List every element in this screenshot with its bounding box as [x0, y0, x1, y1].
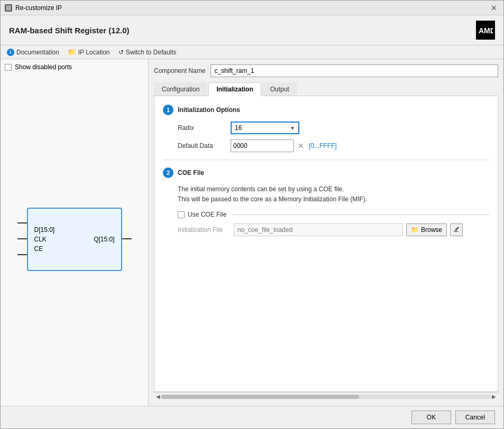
radix-row: Radix 16 ▼ [163, 122, 489, 134]
section2-title: COE File [178, 169, 204, 176]
folder-icon: 📁 [68, 48, 76, 56]
scroll-right-icon[interactable]: ▶ [491, 394, 497, 399]
tab-content: 1 Initialization Options Radix 16 ▼ De [154, 96, 498, 392]
coe-line [232, 215, 489, 215]
radix-value: 16 [235, 124, 242, 132]
init-file-input[interactable] [234, 223, 403, 236]
documentation-link[interactable]: i Documentation [7, 49, 59, 56]
cancel-button[interactable]: Cancel [455, 411, 495, 424]
section-divider [163, 160, 489, 160]
port-row-clk: CLK Q[15:0] [34, 236, 115, 243]
left-panel: Show disabled ports D[15:0] [1, 59, 149, 406]
component-name-label: Component Name [154, 67, 205, 74]
ip-location-label: IP Location [78, 49, 110, 56]
component-diagram: D[15:0] CLK Q[15:0] CE [27, 208, 122, 271]
coe-desc-line1: The initial memory contents can be set b… [178, 184, 489, 194]
port-ce-label: CE [34, 245, 43, 253]
section2-header: 2 COE File [163, 167, 489, 178]
diagram-area: D[15:0] CLK Q[15:0] CE [5, 77, 144, 402]
info-icon: i [7, 49, 14, 56]
component-name-input[interactable] [210, 64, 498, 77]
documentation-label: Documentation [16, 49, 59, 56]
show-disabled-checkbox[interactable] [5, 64, 12, 71]
tab-output[interactable]: Output [262, 82, 297, 96]
clear-button[interactable]: ✕ [296, 141, 306, 151]
port-row-ce: CE [34, 245, 115, 253]
scrollbar-track[interactable] [161, 395, 491, 399]
use-coe-checkbox[interactable] [178, 211, 185, 218]
ok-button[interactable]: OK [411, 411, 451, 424]
tabs: Configuration Initialization Output [154, 82, 498, 96]
toolbar: i Documentation 📁 IP Location ↺ Switch t… [1, 45, 503, 59]
scrollbar-area: ◀ ▶ [154, 392, 498, 400]
port-clk-label: CLK [34, 236, 47, 243]
show-disabled-row: Show disabled ports [5, 63, 144, 71]
port-q-label: Q[15:0] [94, 236, 114, 243]
coe-description: The initial memory contents can be set b… [163, 184, 489, 204]
footer: OK Cancel [1, 406, 503, 428]
svg-marker-3 [455, 227, 459, 231]
svg-rect-0 [6, 5, 11, 11]
component-ports: D[15:0] CLK Q[15:0] CE [28, 224, 121, 255]
ip-location-link[interactable]: 📁 IP Location [68, 48, 110, 56]
header: RAM-based Shift Register (12.0) AMD [1, 15, 503, 45]
amd-logo: AMD [476, 21, 495, 40]
browse-icon: 📁 [411, 226, 419, 234]
show-disabled-label: Show disabled ports [15, 63, 72, 71]
section1-title: Initialization Options [178, 106, 240, 114]
page-title: RAM-based Shift Register (12.0) [9, 26, 130, 35]
section2-number: 2 [163, 167, 173, 178]
default-data-input[interactable] [231, 139, 294, 152]
default-data-input-row: ✕ [231, 139, 306, 152]
init-file-row: Initialization File 📁 Browse [163, 223, 489, 236]
coe-desc-line2: This will be passed to the core as a Mem… [178, 194, 489, 204]
refresh-icon: ↺ [118, 49, 124, 56]
radix-label: Radix [178, 124, 231, 132]
app-icon [5, 4, 12, 12]
component-name-row: Component Name [154, 64, 498, 77]
port-d-label: D[15:0] [34, 226, 55, 234]
use-coe-row: Use COE File [163, 211, 489, 218]
title-bar-left: Re-customize IP [5, 4, 62, 12]
right-panel: Component Name Configuration Initializat… [149, 59, 503, 406]
default-data-row: Default Data ✕ [0...FFFF] [163, 139, 489, 152]
title-bar: Re-customize IP ✕ [1, 1, 503, 15]
svg-rect-2 [454, 231, 458, 232]
title-bar-text: Re-customize IP [15, 4, 62, 12]
browse-button[interactable]: 📁 Browse [406, 223, 447, 236]
main-window: Re-customize IP ✕ RAM-based Shift Regist… [0, 0, 504, 429]
default-data-control: ✕ [0...FFFF] [231, 139, 337, 152]
radix-dropdown[interactable]: 16 ▼ [231, 122, 299, 134]
edit-icon [453, 227, 460, 233]
close-button[interactable]: ✕ [489, 3, 499, 13]
port-row-d: D[15:0] [34, 226, 115, 234]
scrollbar-thumb[interactable] [161, 395, 359, 399]
init-file-label: Initialization File [178, 226, 231, 234]
use-coe-label: Use COE File [188, 211, 226, 218]
svg-text:AMD: AMD [479, 26, 493, 35]
section1-header: 1 Initialization Options [163, 105, 489, 115]
range-label: [0...FFFF] [309, 142, 337, 150]
tab-initialization[interactable]: Initialization [208, 82, 261, 96]
switch-defaults-link[interactable]: ↺ Switch to Defaults [118, 49, 177, 56]
content-area: Show disabled ports D[15:0] [1, 59, 503, 406]
section1-number: 1 [163, 105, 173, 115]
switch-defaults-label: Switch to Defaults [126, 49, 177, 56]
default-data-label: Default Data [178, 142, 231, 150]
browse-label: Browse [421, 226, 442, 234]
tab-configuration[interactable]: Configuration [154, 82, 207, 96]
dropdown-arrow-icon: ▼ [290, 125, 295, 131]
edit-icon-button[interactable] [450, 223, 463, 236]
radix-control: 16 ▼ [231, 122, 299, 134]
scroll-left-icon[interactable]: ◀ [155, 394, 161, 399]
